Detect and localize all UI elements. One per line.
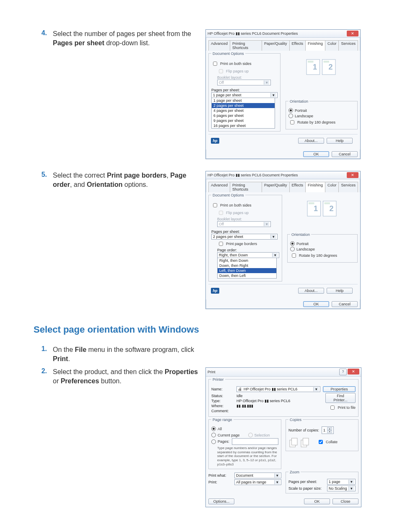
- ok-button[interactable]: OK: [304, 498, 330, 504]
- num-copies-input[interactable]: 1▴▾: [322, 426, 334, 434]
- print-what-label: Print what:: [208, 473, 232, 478]
- close-icon[interactable]: ✕: [347, 172, 358, 178]
- pps-option[interactable]: 9 pages per sheet: [212, 118, 275, 123]
- svg-rect-13: [292, 438, 298, 445]
- svg-rect-4: [308, 61, 314, 63]
- about-button[interactable]: About...: [298, 288, 324, 294]
- pps-option[interactable]: 4 pages per sheet: [212, 108, 275, 113]
- collate-preview-icon: [288, 436, 314, 448]
- step-text: On the File menu in the software program…: [53, 345, 205, 363]
- layout-preview: 1 2: [287, 195, 358, 226]
- num-copies-label: Number of copies:: [288, 428, 319, 432]
- tab-finishing[interactable]: Finishing: [305, 40, 325, 51]
- page-order-option[interactable]: Down, then Left: [218, 273, 276, 278]
- printer-group: Printer Name: 🖨HP Officejet Pro ▮▮ serie…: [208, 379, 358, 417]
- pages-per-sheet-dropdown[interactable]: 1 page per sheet 2 pages per sheet 4 pag…: [211, 98, 275, 129]
- print-page-borders-checkbox[interactable]: Print page borders: [217, 240, 279, 247]
- tab-services[interactable]: Services: [338, 182, 358, 192]
- print-what-select[interactable]: Document▾: [234, 473, 281, 478]
- tab-printing-shortcuts[interactable]: Printing Shortcuts: [230, 40, 262, 51]
- orientation-landscape-radio[interactable]: Landscape: [288, 114, 355, 118]
- step-text: Select the product, and then click the P…: [53, 367, 205, 385]
- tab-advanced[interactable]: Advanced: [208, 40, 230, 51]
- pps-option[interactable]: 2 pages per sheet: [212, 103, 275, 108]
- close-button[interactable]: Close: [332, 498, 358, 504]
- find-printer-button[interactable]: Find Printer...: [325, 393, 356, 403]
- page-order-option[interactable]: Right, then Down: [218, 258, 276, 263]
- print-select[interactable]: All pages in range▾: [234, 479, 281, 485]
- help-icon[interactable]: ?: [339, 369, 347, 375]
- cancel-button[interactable]: Cancel: [332, 151, 358, 157]
- tab-color[interactable]: Color: [325, 182, 339, 192]
- zoom-scale-select[interactable]: No Scaling▾: [327, 486, 356, 491]
- section-heading: Select page orientation with Windows: [34, 324, 375, 335]
- options-button[interactable]: Options...: [208, 498, 234, 504]
- rotate-180-checkbox[interactable]: Rotate by 180 degrees: [290, 252, 355, 259]
- printer-icon: 🖨: [238, 387, 242, 391]
- tab-advanced[interactable]: Advanced: [208, 182, 230, 192]
- status-label: Status:: [211, 394, 234, 398]
- svg-rect-11: [325, 202, 330, 204]
- pps-option[interactable]: 1 page per sheet: [212, 98, 275, 103]
- type-label: Type:: [211, 399, 234, 403]
- where-label: Where:: [211, 404, 234, 408]
- page-order-select[interactable]: Right, then Down▾: [217, 252, 279, 258]
- pages-per-sheet-select[interactable]: 2 pages per sheet▾: [211, 234, 278, 240]
- help-button[interactable]: Help: [327, 138, 353, 144]
- pages-per-sheet-label: Pages per sheet:: [211, 88, 278, 92]
- about-button[interactable]: About...: [298, 138, 324, 144]
- ok-button[interactable]: OK: [303, 301, 329, 307]
- booklet-layout-select: Off▾: [217, 221, 271, 227]
- tab-effects[interactable]: Effects: [289, 40, 306, 51]
- ok-button[interactable]: OK: [303, 151, 329, 157]
- pages-per-sheet-select[interactable]: 1 page per sheet▾: [211, 92, 278, 98]
- hp-logo-icon: hp: [211, 138, 219, 144]
- print-on-both-sides-checkbox[interactable]: Print on both sides: [211, 60, 278, 67]
- tab-paper-quality[interactable]: Paper/Quality: [262, 40, 290, 51]
- orientation-landscape-radio[interactable]: Landscape: [290, 247, 355, 251]
- print-to-file-checkbox[interactable]: Print to file: [325, 404, 356, 411]
- close-icon[interactable]: ✕: [347, 31, 358, 36]
- page-order-label: Page order:: [217, 248, 279, 252]
- pps-option[interactable]: 6 pages per sheet: [212, 113, 275, 118]
- tab-paper-quality[interactable]: Paper/Quality: [262, 182, 290, 192]
- step-text: Select the number of pages per sheet fro…: [53, 29, 205, 47]
- page-order-option[interactable]: Left, then Down: [218, 268, 276, 273]
- step-number: 1.: [34, 345, 47, 353]
- cancel-button[interactable]: Cancel: [332, 301, 358, 307]
- svg-rect-5: [324, 61, 330, 63]
- tab-effects[interactable]: Effects: [289, 182, 306, 192]
- zoom-pps-select[interactable]: 1 page▾: [327, 479, 356, 485]
- close-icon[interactable]: ✕: [348, 369, 359, 374]
- page-order-dropdown[interactable]: Right, then Down Down, then Right Left, …: [217, 258, 277, 279]
- document-options-group: Document Options Print on both sides Fli…: [208, 53, 281, 132]
- flip-pages-up-checkbox: Flip pages up: [217, 209, 279, 216]
- tab-services[interactable]: Services: [338, 40, 358, 51]
- name-label: Name:: [211, 387, 234, 391]
- orientation-group: Orientation Portrait Landscape Rotate by…: [286, 101, 358, 129]
- page-order-option[interactable]: Down, then Right: [218, 263, 276, 268]
- orientation-portrait-radio[interactable]: Portrait: [290, 241, 355, 246]
- page-range-all-radio[interactable]: All: [211, 426, 278, 431]
- properties-button[interactable]: Properties: [323, 386, 356, 392]
- orientation-portrait-radio[interactable]: Portrait: [288, 108, 355, 113]
- comment-label: Comment:: [211, 409, 234, 413]
- pages-input[interactable]: [232, 438, 278, 445]
- type-value: HP Officejet Pro ▮▮ series PCL6: [236, 399, 290, 403]
- printer-name-select[interactable]: 🖨HP Officejet Pro ▮▮ series PCL6 ▾: [236, 386, 320, 392]
- tab-finishing[interactable]: Finishing: [305, 182, 325, 192]
- pps-option[interactable]: 16 pages per sheet: [212, 123, 275, 128]
- print-on-both-sides-checkbox[interactable]: Print on both sides: [211, 202, 279, 209]
- page-range-current-radio[interactable]: Current page: [211, 433, 240, 437]
- tab-color[interactable]: Color: [325, 40, 339, 51]
- copies-group: Copies Number of copies: 1▴▾: [286, 419, 358, 451]
- step-number: 4.: [34, 29, 47, 37]
- rotate-180-checkbox[interactable]: Rotate by 180 degrees: [288, 119, 355, 126]
- document-options-group: Document Options Print on both sides Fli…: [208, 195, 282, 281]
- tab-printing-shortcuts[interactable]: Printing Shortcuts: [230, 182, 262, 192]
- collate-checkbox[interactable]: Collate: [317, 439, 338, 445]
- help-button[interactable]: Help: [327, 288, 353, 294]
- page-range-pages-radio[interactable]: Pages:: [211, 439, 229, 444]
- dialog-title: HP Officejet Pro ▮▮ series PCL6 Document…: [208, 31, 298, 36]
- step-text: Select the correct Print page borders, P…: [53, 171, 205, 189]
